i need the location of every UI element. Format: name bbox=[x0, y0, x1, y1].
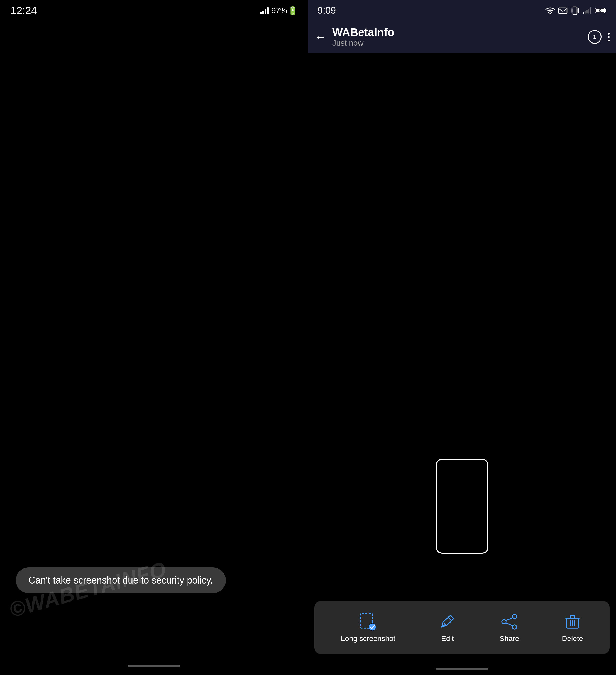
dot bbox=[608, 36, 610, 38]
svg-point-0 bbox=[550, 13, 551, 14]
right-time: 9:09 bbox=[318, 5, 336, 16]
right-home-indicator bbox=[436, 668, 489, 670]
screenshot-toolbar: Long screenshot Edit bbox=[314, 601, 610, 654]
delete-icon bbox=[563, 612, 582, 631]
right-phone-screen: 9:09 bbox=[308, 0, 616, 675]
back-button[interactable]: ← bbox=[314, 30, 326, 44]
svg-line-13 bbox=[506, 623, 513, 626]
wifi-icon bbox=[545, 7, 555, 14]
svg-point-8 bbox=[369, 623, 376, 631]
long-screenshot-label: Long screenshot bbox=[341, 634, 395, 643]
battery-right-icon: 90 bbox=[595, 7, 607, 14]
contact-name: WABetaInfo bbox=[332, 26, 582, 39]
svg-point-10 bbox=[502, 620, 506, 624]
long-screenshot-icon bbox=[359, 612, 377, 631]
svg-rect-1 bbox=[558, 8, 567, 14]
left-status-bar: 12:24 97%🔋 bbox=[0, 0, 308, 21]
edit-label: Edit bbox=[441, 634, 454, 643]
long-screenshot-button[interactable]: Long screenshot bbox=[341, 612, 395, 643]
chat-content-area bbox=[308, 53, 616, 475]
svg-line-12 bbox=[506, 618, 513, 620]
dot bbox=[608, 33, 610, 34]
svg-text:90: 90 bbox=[598, 9, 602, 12]
svg-point-11 bbox=[513, 625, 517, 629]
battery-icon: 97%🔋 bbox=[271, 6, 297, 15]
share-button[interactable]: Share bbox=[500, 612, 519, 643]
vibrate-icon bbox=[571, 6, 579, 15]
svg-point-9 bbox=[513, 614, 517, 618]
signal-icon bbox=[260, 7, 269, 14]
right-status-bar: 9:09 bbox=[308, 0, 616, 21]
mobile-signal-icon bbox=[582, 7, 592, 14]
share-icon bbox=[500, 612, 519, 631]
phone-preview-thumbnail bbox=[436, 459, 489, 554]
message-icon bbox=[558, 7, 567, 14]
dot bbox=[608, 40, 610, 42]
wa-title-area: WABetaInfo Just now bbox=[332, 26, 582, 48]
share-label: Share bbox=[500, 634, 519, 643]
wa-chat-header: ← WABetaInfo Just now 1 bbox=[308, 21, 616, 53]
delete-button[interactable]: Delete bbox=[562, 612, 583, 643]
left-home-indicator bbox=[128, 665, 180, 667]
svg-rect-2 bbox=[573, 7, 577, 14]
edit-icon bbox=[438, 612, 457, 631]
left-time: 12:24 bbox=[10, 5, 37, 17]
left-phone-screen: 12:24 97%🔋 Can't take screenshot due to … bbox=[0, 0, 308, 675]
more-options-button[interactable] bbox=[608, 33, 610, 42]
left-status-icons: 97%🔋 bbox=[260, 6, 297, 15]
svg-rect-4 bbox=[605, 9, 606, 12]
edit-button[interactable]: Edit bbox=[438, 612, 457, 643]
right-status-icons: 90 bbox=[545, 6, 607, 15]
timer-icon[interactable]: 1 bbox=[588, 30, 602, 44]
delete-label: Delete bbox=[562, 634, 583, 643]
chat-subtitle: Just now bbox=[332, 39, 582, 48]
